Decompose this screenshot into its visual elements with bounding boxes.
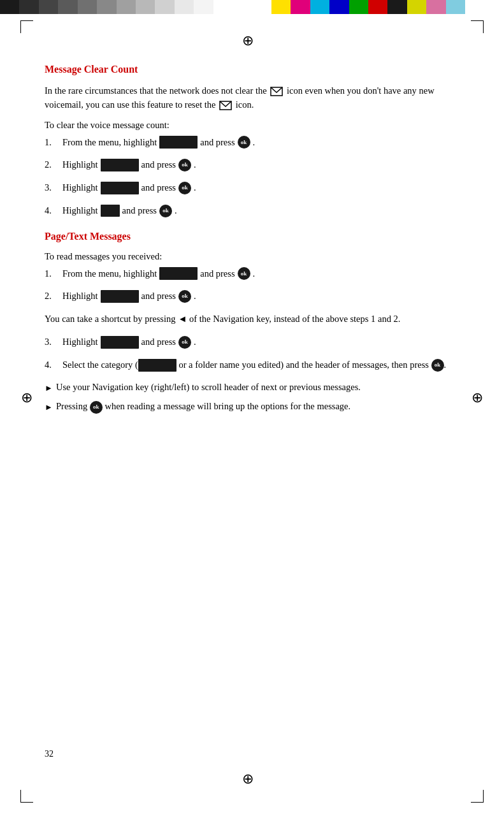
list-intro-ptm: To read messages you received: [45,251,459,262]
ptm-bullets: ► Use your Navigation key (right/left) t… [45,381,459,414]
mcc-step-2: 2. Highlight and press ok. [45,158,459,172]
ptm-step3-redacted [101,336,139,349]
ptm-step3-ok: ok [178,336,191,349]
ptm-step1-ok: ok [238,267,250,280]
step3-suffix: and press [141,181,176,195]
intro-text-1: In the rare circumstances that the netwo… [45,85,267,96]
crosshair-top [239,32,257,50]
ptm-bullet-2: ► Pressing ok when reading a message wil… [45,400,459,414]
page-number: 32 [45,749,54,759]
step4-suffix: and press [122,204,157,218]
step1-redacted [159,136,198,149]
bullet-arrow-2: ► [45,400,56,414]
ptm-step-1: 1. From the menu, highlight and press ok… [45,267,459,281]
color-bar-top [0,0,504,14]
step-num-1: 1. [45,136,62,150]
step2-redacted [101,159,139,171]
page-content: Message Clear Count In the rare circumst… [45,64,459,772]
shortcut-note: You can take a shortcut by pressing ◄ of… [45,312,459,326]
step3-prefix: Highlight [62,181,98,195]
section-title-mcc: Message Clear Count [45,64,459,75]
step4-redacted [101,205,120,217]
mcc-step-4: 4. Highlight and press ok. [45,204,459,218]
step4-ok: ok [159,205,172,217]
step3-redacted [101,182,139,194]
corner-mark-tr [471,20,484,33]
corner-mark-br [471,790,484,803]
envelope-icon-2 [219,101,232,110]
envelope-icon [270,87,283,96]
ptm-step-content-3: Highlight and press ok. [62,335,459,349]
ptm-step3-prefix: Highlight [62,335,98,349]
step1-ok: ok [238,136,250,149]
ptm-step-num-3: 3. [45,335,62,349]
step3-ok: ok [178,182,191,194]
crosshair-right [468,389,486,407]
ptm-bullet-1: ► Use your Navigation key (right/left) t… [45,381,459,395]
step1-prefix: From the menu, highlight [62,136,157,150]
ptm-step-content-2: Highlight and press ok. [62,289,459,303]
ptm-step-4: 4. Select the category ( or a folder nam… [45,358,459,372]
corner-mark-bl [20,790,33,803]
ptm-bullet2-ok: ok [90,401,103,414]
step1-suffix: and press [200,136,234,150]
step-content-1: From the menu, highlight and press ok. [62,136,459,150]
ptm-step2-suffix: and press [141,289,176,303]
crosshair-left [18,389,36,407]
step2-prefix: Highlight [62,158,98,172]
intro-text-3: icon. [236,99,254,110]
ptm-step2-prefix: Highlight [62,289,98,303]
section-title-ptm: Page/Text Messages [45,231,459,242]
ptm-steps-list2: 3. Highlight and press ok. 4. Select the… [45,335,459,372]
section-message-clear-count: Message Clear Count In the rare circumst… [45,64,459,218]
intro-paragraph: In the rare circumstances that the netwo… [45,84,459,112]
ptm-step4-prefix: Select the category ( [62,360,138,370]
ptm-step2-ok: ok [178,290,191,303]
step-num-3: 3. [45,181,62,195]
ptm-step-num-4: 4. [45,358,62,372]
mcc-steps-list: 1. From the menu, highlight and press ok… [45,136,459,218]
ptm-bullet-text-2: Pressing ok when reading a message will … [56,400,350,414]
step2-ok: ok [178,159,191,171]
crosshair-bottom [239,770,257,788]
ptm-step-2: 2. Highlight and press ok. [45,289,459,303]
ptm-step-num-1: 1. [45,267,62,281]
ptm-step1-prefix: From the menu, highlight [62,267,157,281]
ptm-step1-redacted [159,267,198,280]
step-content-4: Highlight and press ok. [62,204,459,218]
step-num-2: 2. [45,158,62,172]
ptm-step1-suffix: and press [200,267,234,281]
step2-suffix: and press [141,158,176,172]
mcc-step-1: 1. From the menu, highlight and press ok… [45,136,459,150]
ptm-step-3: 3. Highlight and press ok. [45,335,459,349]
mcc-step-3: 3. Highlight and press ok. [45,181,459,195]
ptm-step3-suffix: and press [141,335,176,349]
ptm-step-num-2: 2. [45,289,62,303]
step4-prefix: Highlight [62,204,98,218]
corner-mark-tl [20,20,33,33]
ptm-step-content-4: Select the category ( or a folder name y… [62,358,459,372]
ptm-step4-middle: or a folder name you edited) and the hea… [178,360,429,370]
ptm-step2-redacted [101,290,139,303]
ptm-bullet-text-1: Use your Navigation key (right/left) to … [56,381,361,395]
ptm-step-content-1: From the menu, highlight and press ok. [62,267,459,281]
ptm-step4-redacted [138,359,176,372]
step-content-3: Highlight and press ok. [62,181,459,195]
bullet-arrow-1: ► [45,381,56,395]
list-intro-mcc: To clear the voice message count: [45,120,459,131]
ptm-steps-list: 1. From the menu, highlight and press ok… [45,267,459,304]
step-num-4: 4. [45,204,62,218]
section-page-text-messages: Page/Text Messages To read messages you … [45,231,459,414]
step-content-2: Highlight and press ok. [62,158,459,172]
ptm-step4-ok: ok [431,359,444,372]
